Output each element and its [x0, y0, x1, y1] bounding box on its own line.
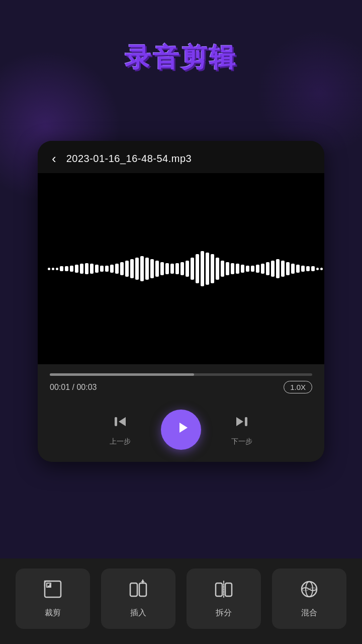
waveform-bar [296, 265, 300, 273]
svg-rect-1 [245, 417, 247, 426]
waveform-bar [311, 266, 315, 271]
waveform-bar [52, 268, 54, 270]
filename-label: 2023-01-16_16-48-54.mp3 [66, 153, 192, 165]
waveform-bar [65, 266, 68, 271]
waveform-bar [256, 265, 259, 273]
waveform-canvas [48, 249, 314, 289]
waveform-bar [306, 266, 310, 271]
progress-section: 00:01 / 00:03 1.0X [38, 364, 324, 399]
waveform-bar [286, 262, 290, 275]
waveform-bar [276, 259, 280, 278]
waveform-bar [216, 258, 219, 280]
waveform-bar [191, 258, 194, 280]
waveform-bar [70, 266, 73, 272]
waveform-bar [125, 261, 129, 277]
forward-step-label: 下一步 [231, 437, 252, 446]
speed-badge[interactable]: 1.0X [284, 381, 312, 393]
waveform-bar [246, 266, 249, 272]
insert-icon [128, 579, 148, 604]
waveform-bar [271, 261, 275, 277]
waveform-bar [105, 266, 109, 272]
split-label: 拆分 [216, 608, 232, 618]
back-button[interactable]: ‹ [52, 152, 56, 165]
waveform-bar [281, 261, 285, 277]
waveform-bar [56, 268, 58, 270]
crop-tool-button[interactable]: 裁剪 [16, 569, 90, 629]
waveform-bar [211, 254, 214, 283]
total-time: 00:03 [76, 383, 97, 391]
back-step-icon [112, 413, 129, 434]
waveform-bar [206, 253, 209, 285]
waveform-bar [266, 262, 269, 275]
waveform-bar [90, 264, 94, 273]
controls-row: 上一步 下一步 [38, 399, 324, 462]
insert-tool-button[interactable]: 插入 [101, 569, 175, 629]
forward-step-button[interactable]: 下一步 [231, 413, 252, 446]
crop-icon [43, 579, 63, 604]
svg-rect-9 [216, 583, 222, 596]
waveform-bar [301, 266, 305, 272]
waveform-bar [60, 266, 63, 271]
waveform-bar [175, 263, 179, 274]
svg-rect-0 [115, 417, 117, 426]
player-card: ‹ 2023-01-16_16-48-54.mp3 00:01 / 00:03 … [38, 141, 324, 462]
waveform-bar [241, 265, 244, 273]
waveform-bar [165, 263, 169, 274]
svg-marker-8 [141, 580, 145, 582]
waveform-bar [80, 264, 83, 273]
waveform-bar [140, 256, 144, 282]
split-icon [214, 579, 234, 604]
insert-label: 插入 [130, 608, 146, 618]
time-display: 00:01 / 00:03 [50, 383, 97, 392]
waveform-bar [110, 265, 114, 273]
waveform-bar [135, 258, 139, 280]
waveform-bar [180, 262, 184, 275]
waveform-bar [150, 259, 154, 278]
waveform-bar [231, 263, 234, 274]
waveform-bar [201, 251, 204, 286]
waveform-bar [160, 262, 164, 275]
waveform-bar [316, 268, 319, 270]
waveform-area [38, 173, 324, 364]
waveform-bar [291, 264, 295, 273]
split-tool-button[interactable]: 拆分 [187, 569, 261, 629]
waveform-bar [115, 264, 119, 273]
forward-step-icon [233, 413, 250, 434]
progress-track[interactable] [50, 373, 312, 376]
waveform-bar [100, 266, 104, 272]
waveform-bar [75, 265, 78, 273]
waveform-bar [145, 258, 149, 280]
waveform-bar [221, 261, 224, 277]
current-time: 00:01 [50, 383, 70, 391]
progress-fill [50, 373, 194, 376]
mix-icon [299, 579, 319, 604]
waveform-bar [155, 261, 159, 277]
waveform-bar [226, 262, 229, 275]
player-header: ‹ 2023-01-16_16-48-54.mp3 [38, 141, 324, 173]
waveform-bar [120, 262, 124, 275]
waveform-bar [48, 268, 50, 270]
mix-label: 混合 [301, 608, 317, 618]
waveform-bar [186, 261, 189, 277]
play-icon [174, 420, 191, 440]
waveform-bar [236, 264, 239, 273]
waveform-bar [261, 264, 264, 273]
svg-rect-6 [139, 583, 146, 596]
mix-tool-button[interactable]: 混合 [272, 569, 346, 629]
waveform-bar [130, 259, 134, 278]
time-row: 00:01 / 00:03 1.0X [50, 381, 312, 393]
waveform-bar [196, 254, 199, 283]
waveform-bar [320, 268, 323, 270]
svg-rect-5 [130, 583, 137, 596]
waveform-bar [170, 264, 174, 273]
page-title: 录音剪辑 [0, 40, 362, 75]
back-step-button[interactable]: 上一步 [110, 413, 131, 446]
time-separator: / [72, 383, 74, 391]
svg-rect-10 [225, 583, 232, 596]
crop-label: 裁剪 [45, 608, 61, 618]
play-button[interactable] [161, 410, 201, 450]
waveform-bar [95, 265, 99, 273]
back-step-label: 上一步 [110, 437, 131, 446]
waveform-bar [85, 263, 88, 274]
bottom-toolbar: 裁剪 插入 拆分 [0, 558, 362, 644]
